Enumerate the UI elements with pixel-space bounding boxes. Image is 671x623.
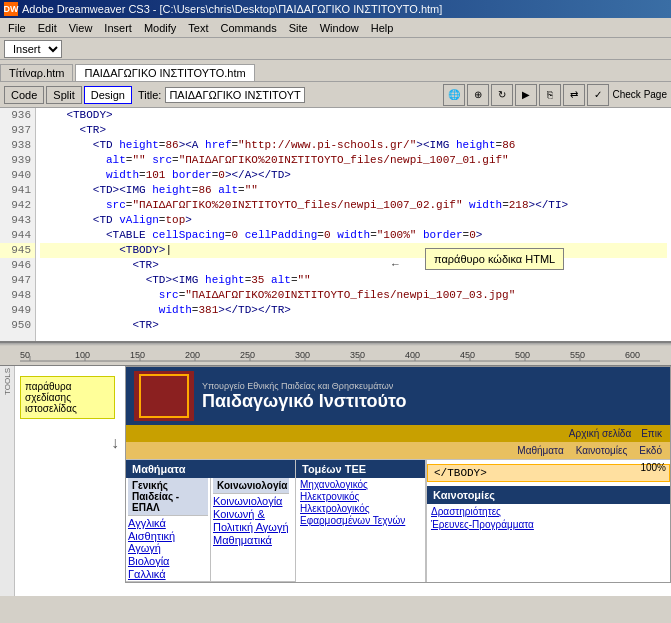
code-editor[interactable]: 936 937 938 939 940 941 942 943 944 945 … <box>0 108 671 343</box>
col2-block: Κοινωνιολογία Κοινωνιολογία Κοινωνή & Πο… <box>211 478 291 581</box>
link-mathimatika[interactable]: Μαθηματικά <box>213 534 289 546</box>
menu-text[interactable]: Text <box>182 20 214 36</box>
code-line-946: <TR> <box>40 258 667 273</box>
col1-block: Γενικής Παιδείας - ΕΠΑΛ Αγγλικά Αισθητικ… <box>126 478 211 581</box>
check-page-icon[interactable]: ✓ <box>587 84 609 106</box>
right-panel: 100% </TBODY> Καινοτομίες Δραστηριότητες… <box>426 460 670 582</box>
code-line-942: src="ΠΑΙΔΑΓΩΓΙΚΟ%20ΙΝΣΤΙΤΟΥΤΟ_files/newp… <box>40 198 667 213</box>
ln-937: 937 <box>0 123 35 138</box>
nav-home[interactable]: Αρχική σελίδα <box>565 427 635 440</box>
insert-toolbar: Insert <box>0 38 671 60</box>
doc-tab-2[interactable]: ΠΑΙΔΑΓΩΓΙΚΟ ΙΝΣΤΙΤΟΥΤΟ.htm <box>75 64 254 81</box>
submenu-mathimata[interactable]: Μαθήματα <box>513 444 567 457</box>
svg-text:250: 250 <box>240 350 255 360</box>
link-ilektrologikos[interactable]: Ηλεκτρολογικός <box>300 503 421 514</box>
ln-943: 943 <box>0 213 35 228</box>
link-biologia[interactable]: Βιολογία <box>128 555 208 567</box>
code-button[interactable]: Code <box>4 86 44 104</box>
preview-icon[interactable]: ▶ <box>515 84 537 106</box>
code-line-950: <TR> <box>40 318 667 333</box>
split-button[interactable]: Split <box>46 86 81 104</box>
doc-tab-1[interactable]: Τίτίναρ.htm <box>0 64 73 81</box>
menu-modify[interactable]: Modify <box>138 20 182 36</box>
link-gallika[interactable]: Γαλλικά <box>128 568 208 580</box>
percent-label: 100% <box>640 462 666 473</box>
check-page-label: Check Page <box>613 89 667 100</box>
tools-panel: TOOLS <box>0 366 15 596</box>
svg-text:200: 200 <box>185 350 200 360</box>
ln-949: 949 <box>0 303 35 318</box>
svg-text:300: 300 <box>295 350 310 360</box>
svg-text:550: 550 <box>570 350 585 360</box>
yellow-note-line2: ιστοσελίδας <box>25 403 77 414</box>
link-agglika[interactable]: Αγγλικά <box>128 517 208 529</box>
insert-dropdown[interactable]: Insert <box>4 40 62 58</box>
link-koinoniologia[interactable]: Κοινωνιολογία <box>213 495 289 507</box>
menu-insert[interactable]: Insert <box>98 20 138 36</box>
menu-window[interactable]: Window <box>314 20 365 36</box>
design-button[interactable]: Design <box>84 86 132 104</box>
svg-text:450: 450 <box>460 350 475 360</box>
code-line-939: alt="" src="ΠΑΙΔΑΓΩΓΙΚΟ%20ΙΝΣΤΙΤΟΥΤΟ_fil… <box>40 153 667 168</box>
ln-946: 946 <box>0 258 35 273</box>
ln-939: 939 <box>0 153 35 168</box>
ln-extra: 950 <box>0 318 35 333</box>
sidebar-col1: Μαθήματα Γενικής Παιδείας - ΕΠΑΛ Αγγλικά… <box>126 460 296 582</box>
globe-icon[interactable]: 🌐 <box>443 84 465 106</box>
down-arrow-icon: ↓ <box>111 434 119 452</box>
website-submenu: Μαθήματα Καινοτομίες Εκδό <box>126 442 670 459</box>
website-preview: Υπουργείο Εθνικής Παιδείας και Θρησκευμά… <box>125 366 671 583</box>
website-header: Υπουργείο Εθνικής Παιδείας και Θρησκευμά… <box>126 367 670 425</box>
submenu-kainotomies[interactable]: Καινοτομίες <box>572 444 632 457</box>
title-bar-text: Adobe Dreamweaver CS3 - [C:\Users\chris\… <box>22 3 442 15</box>
svg-text:50: 50 <box>20 350 30 360</box>
menu-commands[interactable]: Commands <box>214 20 282 36</box>
code-line-941: <TD><IMG height=86 alt="" <box>40 183 667 198</box>
title-label: Title: <box>138 89 161 101</box>
refresh-icon[interactable]: ↻ <box>491 84 513 106</box>
design-view: παράθυρα σχεδίασης ιστοσελίδας ↓ Υπουργε… <box>15 366 671 596</box>
code-line-949: width=381></TD></TR> <box>40 303 667 318</box>
institute-title: Παιδαγωγικό Ινστιτούτο <box>202 391 612 412</box>
ln-942: 942 <box>0 198 35 213</box>
menu-bar: File Edit View Insert Modify Text Comman… <box>0 18 671 38</box>
nav-epik[interactable]: Επικ <box>637 427 666 440</box>
svg-text:100: 100 <box>75 350 90 360</box>
design-area: TOOLS παράθυρα σχεδίασης ιστοσελίδας ↓ Υ… <box>0 366 671 596</box>
website-body: Μαθήματα Γενικής Παιδείας - ΕΠΑΛ Αγγλικά… <box>126 459 670 582</box>
ruler: 50 100 150 200 250 300 350 400 450 500 5… <box>0 346 671 366</box>
code-line-937: <TR> <box>40 123 667 138</box>
code-line-944: <TABLE cellSpacing=0 cellPadding=0 width… <box>40 228 667 243</box>
link-efarmosmenon[interactable]: Εφαρμοσμένων Τεχνών <box>300 515 421 526</box>
line-numbers: 936 937 938 939 940 941 942 943 944 945 … <box>0 108 36 341</box>
tooltip-box: παράθυρο κώδικα HTML <box>425 248 564 270</box>
code-line-940: width=101 border=0></A></TD> <box>40 168 667 183</box>
copy-icon[interactable]: ⎘ <box>539 84 561 106</box>
menu-view[interactable]: View <box>63 20 99 36</box>
menu-help[interactable]: Help <box>365 20 400 36</box>
code-content[interactable]: <TBODY> <TR> <TD height=86><A href="http… <box>36 108 671 341</box>
svg-text:500: 500 <box>515 350 530 360</box>
ministry-text: Υπουργείο Εθνικής Παιδείας και Θρησκευμά… <box>202 381 612 391</box>
code-line-938: <TD height=86><A href="http://www.pi-sch… <box>40 138 667 153</box>
menu-edit[interactable]: Edit <box>32 20 63 36</box>
ln-941: 941 <box>0 183 35 198</box>
page-title-input[interactable] <box>165 87 305 103</box>
link-politiki[interactable]: Πολιτική Αγωγή <box>213 521 289 533</box>
link-drastiriotites[interactable]: Δραστηριότητες <box>431 506 666 517</box>
nav-icon[interactable]: ⊕ <box>467 84 489 106</box>
svg-text:600: 600 <box>625 350 640 360</box>
link-koinonikh[interactable]: Κοινωνή & <box>213 508 289 520</box>
link-aisthetiki[interactable]: Αισθητική Αγωγή <box>128 530 208 554</box>
link-erevnes[interactable]: Έρευνες-Προγράμματα <box>431 519 666 530</box>
menu-site[interactable]: Site <box>283 20 314 36</box>
menu-file[interactable]: File <box>2 20 32 36</box>
tooltip-text: παράθυρο κώδικα HTML <box>434 253 555 265</box>
code-toolbar: Code Split Design Title: 🌐 ⊕ ↻ ▶ ⎘ ⇄ ✓ C… <box>0 82 671 108</box>
link-elektronikos[interactable]: Ηλεκτρονικός <box>300 491 421 502</box>
ruler-svg: 50 100 150 200 250 300 350 400 450 500 5… <box>20 346 660 366</box>
submenu-ekdo[interactable]: Εκδό <box>635 444 666 457</box>
link-mixanologikos[interactable]: Μηχανολογικός <box>300 479 421 490</box>
ln-945: 945 <box>0 243 35 258</box>
sync-icon[interactable]: ⇄ <box>563 84 585 106</box>
